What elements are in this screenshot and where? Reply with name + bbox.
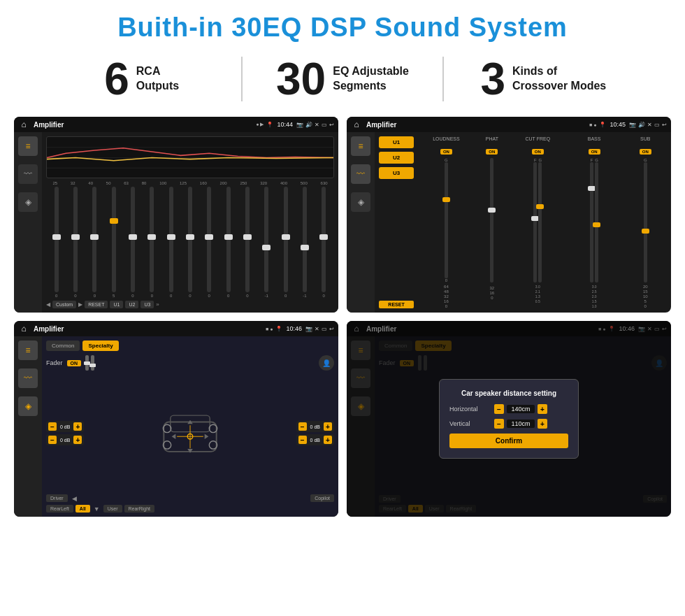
sidebar-vol-icon[interactable]: ◈ [18,192,38,212]
plus-btn-3[interactable]: + [324,422,332,431]
reset-btn[interactable]: RESET [85,301,108,308]
minus-btn-3[interactable]: − [298,422,307,431]
fader-right-controls: − 0 dB + − 0 dB + [296,375,334,492]
vertical-plus-btn[interactable]: + [538,419,547,429]
screen-crossover: ⌂ Amplifier ■ ● 📍 10:45 📷 🔊 ✕ ▭ ↩ ≡ 〰 ◈ [347,117,671,313]
more-icon[interactable]: » [156,301,159,308]
eq-slider-6: 0 [162,187,180,298]
screen3-sidebar: ≡ 〰 ◈ [14,336,42,517]
horizontal-value: 140cm [507,405,535,413]
fader-toggle[interactable]: ON [67,360,82,366]
avatar-icon[interactable]: 👤 [319,355,334,371]
prev-icon[interactable]: ◀ [46,301,50,308]
minus-btn-2[interactable]: − [48,436,57,444]
db-control-2: − 0 dB + [46,434,84,445]
horizontal-minus-btn[interactable]: − [494,404,504,414]
eq-slider-7: 0 [181,187,199,298]
db-val-3: 0 dB [308,424,322,429]
status-icons-1: 📍 10:44 📷 🔊 ✕ ▭ ↩ [266,121,334,128]
screen1-sidebar: ≡ 〰 ◈ [14,132,42,313]
freq-labels-row: 64 48 32 16 0 32 16 0 [417,285,667,308]
eq-slider-14: 0 [315,187,333,298]
u2-preset[interactable]: U2 [379,152,414,164]
page-title: Buith-in 30EQ DSP Sound System [0,0,685,50]
ctrl-labels: LOUDNESS PHAT CUT FREQ BASS SUB [417,136,667,141]
home-icon[interactable]: ⌂ [18,119,29,130]
stat-eq: 30 EQ Adjustable Segments [241,57,443,101]
u3-preset[interactable]: U3 [379,167,414,179]
svg-marker-13 [187,449,193,453]
loudness-toggle[interactable]: ON [440,149,452,155]
common-tab[interactable]: Common [46,341,80,351]
plus-btn-2[interactable]: + [73,436,82,444]
eq-slider-2: 0 [86,187,103,298]
vertical-value: 110cm [507,420,535,428]
reset-preset[interactable]: RESET [379,301,414,308]
u2-btn[interactable]: U2 [125,301,138,308]
home-icon-3[interactable]: ⌂ [18,323,29,334]
sidebar-wave-icon[interactable]: 〰 [18,164,38,184]
horizontal-plus-btn[interactable]: + [538,404,547,414]
home-icon-2[interactable]: ⌂ [351,119,362,130]
plus-btn-1[interactable]: + [73,422,82,431]
sidebar-icon-3c[interactable]: ◈ [18,396,38,416]
rearright-btn[interactable]: RearRight [124,505,155,513]
all-btn[interactable]: All [75,505,90,513]
eq-slider-1: 0 [66,187,84,298]
screen3-body: ≡ 〰 ◈ Common Specialty Fader ON 👤 [14,336,338,517]
arrow-down-icon[interactable]: ▼ [92,506,101,513]
dot-icons: ● ▶ [256,122,264,127]
driver-btn[interactable]: Driver [46,494,68,502]
sidebar-icon-3b[interactable]: 〰 [18,368,38,388]
vertical-row: Vertical − 110cm + [449,419,568,429]
sidebar-eq-icon-2[interactable]: ≡ [351,136,370,156]
u1-btn[interactable]: U1 [110,301,123,308]
svg-marker-15 [205,434,209,439]
db-control-4: − 0 dB + [296,434,334,445]
eq-slider-8: 0 [201,187,218,298]
confirm-button[interactable]: Confirm [449,434,568,448]
specialty-tab[interactable]: Specialty [82,341,118,351]
speaker-distance-dialog: Car speaker distance setting Horizontal … [439,379,579,459]
screen1-title: Amplifier [34,121,253,129]
minus-btn-4[interactable]: − [298,436,307,444]
cutfreq-toggle[interactable]: ON [532,149,544,155]
user-btn[interactable]: User [103,505,122,513]
horizontal-row: Horizontal − 140cm + [449,404,568,414]
stat-number-crossover: 3 [480,57,505,101]
eq-slider-0: 0 [48,187,65,298]
plus-btn-4[interactable]: + [324,436,332,444]
u1-preset[interactable]: U1 [379,136,414,148]
eq-graph [46,136,334,178]
sidebar-wave-icon-2[interactable]: 〰 [351,164,370,184]
vert-sliders: G 0 [417,158,667,282]
screen3-time: 10:46 [286,325,302,332]
phat-toggle[interactable]: ON [486,149,498,155]
stat-number-rca: 6 [104,57,129,101]
eq-slider-9: 0 [219,187,237,298]
fader-content: Common Specialty Fader ON 👤 [42,336,338,517]
vertical-minus-btn[interactable]: − [494,419,504,429]
sub-toggle[interactable]: ON [640,149,651,155]
rearleft-btn[interactable]: RearLeft [46,505,73,513]
fader-tabs: Common Specialty [46,341,334,351]
screens-grid: ⌂ Amplifier ● ▶ 📍 10:44 📷 🔊 ✕ ▭ ↩ ≡ 〰 ◈ [0,111,685,524]
stat-text-crossover: Kinds of Crossover Modes [512,64,606,94]
copilot-btn[interactable]: Copilot [310,494,334,502]
next-icon[interactable]: ▶ [78,301,82,308]
sidebar-eq-icon[interactable]: ≡ [18,136,38,156]
stat-number-eq: 30 [276,57,326,101]
arrow-left-icon[interactable]: ◀ [70,495,79,502]
minus-btn-1[interactable]: − [48,422,57,431]
u3-btn[interactable]: U3 [140,301,154,308]
custom-btn[interactable]: Custom [52,301,76,308]
screen2-sidebar: ≡ 〰 ◈ [347,132,375,313]
screen-eq: ⌂ Amplifier ● ▶ 📍 10:44 📷 🔊 ✕ ▭ ↩ ≡ 〰 ◈ [14,117,338,313]
bass-toggle[interactable]: ON [589,149,600,155]
sidebar-icon-3a[interactable]: ≡ [18,341,38,360]
screen1-body: ≡ 〰 ◈ 2 [14,132,338,313]
sidebar-vol-icon-2[interactable]: ◈ [351,192,370,212]
status-icons-3: 📍 10:46 📷 ✕ ▭ ↩ [275,325,334,332]
eq-freq-labels: 25 32 40 50 63 80 100 125 160 200 250 32… [46,181,334,185]
stat-text-rca: RCA Outputs [136,64,179,94]
